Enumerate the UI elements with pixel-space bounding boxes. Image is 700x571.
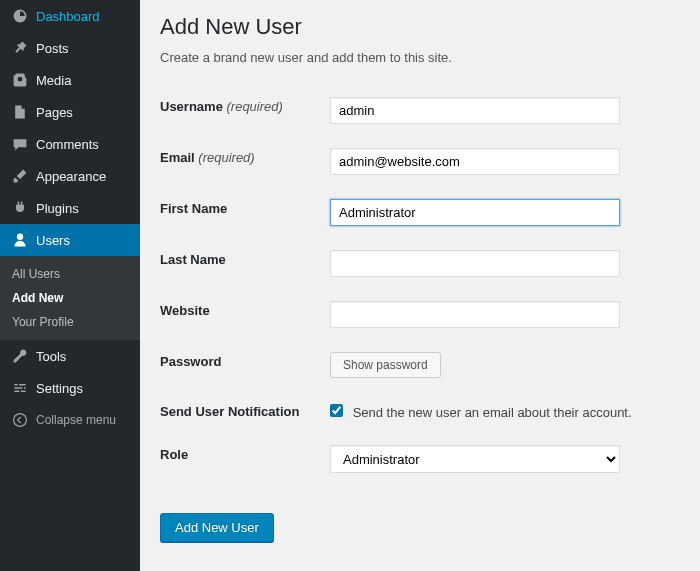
firstname-input[interactable]	[330, 199, 620, 226]
notification-checkbox[interactable]	[330, 404, 343, 417]
svg-point-0	[14, 414, 27, 427]
menu-label: Appearance	[36, 169, 106, 184]
user-icon	[10, 232, 30, 248]
submenu-all-users[interactable]: All Users	[0, 262, 140, 286]
menu-posts[interactable]: Posts	[0, 32, 140, 64]
collapse-label: Collapse menu	[36, 413, 116, 427]
menu-appearance[interactable]: Appearance	[0, 160, 140, 192]
menu-plugins[interactable]: Plugins	[0, 192, 140, 224]
role-label: Role	[160, 433, 330, 485]
lastname-label: Last Name	[160, 238, 330, 289]
notification-checkbox-label[interactable]: Send the new user an email about their a…	[330, 405, 632, 420]
firstname-label: First Name	[160, 187, 330, 238]
collapse-menu[interactable]: Collapse menu	[0, 404, 140, 436]
role-select[interactable]: Administrator	[330, 445, 620, 473]
main-content: Add New User Create a brand new user and…	[140, 0, 700, 571]
menu-label: Dashboard	[36, 9, 100, 24]
menu-comments[interactable]: Comments	[0, 128, 140, 160]
menu-users[interactable]: Users	[0, 224, 140, 256]
username-input[interactable]	[330, 97, 620, 124]
menu-label: Pages	[36, 105, 73, 120]
page-title: Add New User	[160, 14, 680, 40]
username-label: Username (required)	[160, 85, 330, 136]
show-password-button[interactable]: Show password	[330, 352, 441, 378]
sliders-icon	[10, 380, 30, 396]
email-input[interactable]	[330, 148, 620, 175]
page-icon	[10, 104, 30, 120]
notification-label: Send User Notification	[160, 390, 330, 433]
users-submenu: All Users Add New Your Profile	[0, 256, 140, 340]
add-user-form: Username (required) Email (required) Fir…	[160, 85, 680, 485]
menu-media[interactable]: Media	[0, 64, 140, 96]
pin-icon	[10, 40, 30, 56]
website-label: Website	[160, 289, 330, 340]
email-label: Email (required)	[160, 136, 330, 187]
menu-dashboard[interactable]: Dashboard	[0, 0, 140, 32]
brush-icon	[10, 168, 30, 184]
menu-settings[interactable]: Settings	[0, 372, 140, 404]
menu-label: Plugins	[36, 201, 79, 216]
admin-sidebar: Dashboard Posts Media Pages Comments App…	[0, 0, 140, 571]
menu-label: Comments	[36, 137, 99, 152]
media-icon	[10, 72, 30, 88]
wrench-icon	[10, 348, 30, 364]
menu-label: Media	[36, 73, 71, 88]
menu-tools[interactable]: Tools	[0, 340, 140, 372]
menu-label: Posts	[36, 41, 69, 56]
plug-icon	[10, 200, 30, 216]
collapse-icon	[10, 412, 30, 428]
comment-icon	[10, 136, 30, 152]
menu-label: Settings	[36, 381, 83, 396]
password-label: Password	[160, 340, 330, 390]
submenu-your-profile[interactable]: Your Profile	[0, 310, 140, 334]
dashboard-icon	[10, 8, 30, 24]
menu-label: Tools	[36, 349, 66, 364]
menu-label: Users	[36, 233, 70, 248]
add-new-user-button[interactable]: Add New User	[160, 513, 274, 542]
page-description: Create a brand new user and add them to …	[160, 50, 680, 65]
website-input[interactable]	[330, 301, 620, 328]
lastname-input[interactable]	[330, 250, 620, 277]
submenu-add-new[interactable]: Add New	[0, 286, 140, 310]
menu-pages[interactable]: Pages	[0, 96, 140, 128]
